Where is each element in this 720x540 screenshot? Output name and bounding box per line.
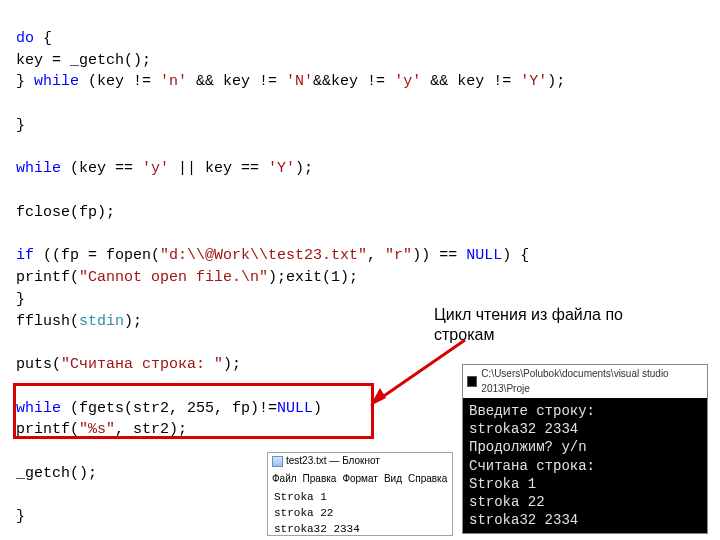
char-literal: 'n' bbox=[160, 73, 187, 90]
code-text: ((fp = fopen( bbox=[34, 247, 160, 264]
console-window: C:\Users\Polubok\documents\visual studio… bbox=[462, 364, 708, 534]
code-text: ); bbox=[124, 313, 142, 330]
annotation-text: Цикл чтения из файла по строкам bbox=[434, 305, 623, 345]
code-text: , str2); bbox=[115, 421, 187, 438]
stdin-ident: stdin bbox=[79, 313, 124, 330]
string-literal: "r" bbox=[385, 247, 412, 264]
notepad-menu-item[interactable]: Вид bbox=[384, 473, 402, 484]
code-text: ) { bbox=[502, 247, 529, 264]
code-text: )) == bbox=[412, 247, 466, 264]
notepad-line: stroka32 2334 bbox=[274, 522, 446, 538]
code-text: ) bbox=[313, 400, 322, 417]
char-literal: 'Y' bbox=[268, 160, 295, 177]
string-literal: "Считана строка: " bbox=[61, 356, 223, 373]
cmd-icon bbox=[467, 376, 477, 387]
code-text: && key != bbox=[187, 73, 286, 90]
kw-if: if bbox=[16, 247, 34, 264]
char-literal: 'y' bbox=[142, 160, 169, 177]
code-text: , bbox=[367, 247, 385, 264]
annotation-line: строкам bbox=[434, 325, 623, 345]
console-body: Введите строку: stroka32 2334 Продолжим?… bbox=[463, 398, 707, 533]
string-literal: "%s" bbox=[79, 421, 115, 438]
code-text: || key == bbox=[169, 160, 268, 177]
console-line: Считана строка: bbox=[469, 458, 595, 474]
notepad-icon bbox=[272, 456, 283, 467]
code-text: ); bbox=[295, 160, 313, 177]
notepad-titlebar: test23.txt — Блокнот bbox=[268, 453, 452, 471]
kw-while: while bbox=[16, 400, 61, 417]
code-text: } bbox=[16, 117, 25, 134]
console-title: C:\Users\Polubok\documents\visual studio… bbox=[481, 367, 703, 396]
notepad-menu: ФайлПравкаФорматВидСправка bbox=[268, 471, 452, 489]
console-line: Продолжим? y/n bbox=[469, 439, 587, 455]
code-text: (fgets(str2, 255, fp)!= bbox=[61, 400, 277, 417]
notepad-menu-item[interactable]: Файл bbox=[272, 473, 297, 484]
code-text: puts( bbox=[16, 356, 61, 373]
notepad-menu-item[interactable]: Правка bbox=[303, 473, 337, 484]
char-literal: 'N' bbox=[286, 73, 313, 90]
console-titlebar: C:\Users\Polubok\documents\visual studio… bbox=[463, 365, 707, 398]
code-text: ); bbox=[223, 356, 241, 373]
null-literal: NULL bbox=[466, 247, 502, 264]
code-text: (key == bbox=[61, 160, 142, 177]
console-line: stroka 22 bbox=[469, 494, 545, 510]
notepad-window: test23.txt — Блокнот ФайлПравкаФорматВид… bbox=[267, 452, 453, 536]
code-text: && key != bbox=[421, 73, 520, 90]
kw-while: while bbox=[16, 160, 61, 177]
code-text: _getch(); bbox=[16, 465, 97, 482]
notepad-title: test23.txt — Блокнот bbox=[286, 454, 380, 469]
code-text: } bbox=[16, 73, 34, 90]
code-text: );exit(1); bbox=[268, 269, 358, 286]
code-text: &&key != bbox=[313, 73, 394, 90]
notepad-content: Stroka 1 stroka 22 stroka32 2334 bbox=[268, 488, 452, 540]
code-text: key = _getch(); bbox=[16, 52, 151, 69]
code-text: } bbox=[16, 508, 25, 525]
console-line: stroka32 2334 bbox=[469, 512, 578, 528]
code-text: } bbox=[16, 291, 25, 308]
string-literal: "d:\\@Work\\test23.txt" bbox=[160, 247, 367, 264]
console-line: Stroka 1 bbox=[469, 476, 536, 492]
char-literal: 'y' bbox=[394, 73, 421, 90]
console-line: Введите строку: bbox=[469, 403, 595, 419]
char-literal: 'Y' bbox=[520, 73, 547, 90]
code-text: (key != bbox=[79, 73, 160, 90]
code-text: ); bbox=[547, 73, 565, 90]
notepad-menu-item[interactable]: Справка bbox=[408, 473, 447, 484]
string-literal: "Cannot open file.\n" bbox=[79, 269, 268, 286]
console-line: stroka32 2334 bbox=[469, 421, 578, 437]
code-text: fclose(fp); bbox=[16, 204, 115, 221]
code-text: printf( bbox=[16, 269, 79, 286]
code-text: { bbox=[34, 30, 52, 47]
code-text: fflush( bbox=[16, 313, 79, 330]
null-literal: NULL bbox=[277, 400, 313, 417]
notepad-menu-item[interactable]: Формат bbox=[342, 473, 378, 484]
annotation-line: Цикл чтения из файла по bbox=[434, 305, 623, 325]
notepad-line: stroka 22 bbox=[274, 506, 446, 522]
code-text: printf( bbox=[16, 421, 79, 438]
kw-while: while bbox=[34, 73, 79, 90]
notepad-line: Stroka 1 bbox=[274, 490, 446, 506]
kw-do: do bbox=[16, 30, 34, 47]
